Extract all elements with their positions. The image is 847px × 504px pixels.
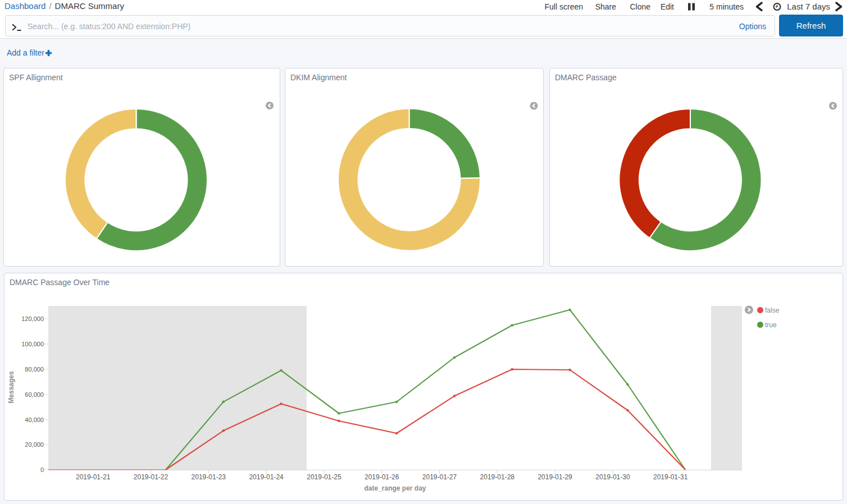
svg-text:0: 0	[40, 466, 44, 473]
svg-text:2019-01-27: 2019-01-27	[422, 473, 457, 481]
svg-text:120,000: 120,000	[21, 315, 44, 322]
svg-text:true: true	[765, 321, 777, 329]
svg-text:2019-01-29: 2019-01-29	[538, 473, 572, 481]
svg-text:20,000: 20,000	[25, 441, 44, 448]
svg-text:2019-01-22: 2019-01-22	[134, 473, 169, 481]
svg-text:80,000: 80,000	[25, 366, 44, 373]
svg-text:60,000: 60,000	[25, 391, 44, 398]
svg-text:40,000: 40,000	[25, 416, 44, 423]
svg-text:100,000: 100,000	[21, 341, 44, 347]
svg-text:2019-01-30: 2019-01-30	[595, 473, 630, 481]
svg-text:date_range per day: date_range per day	[364, 484, 426, 492]
svg-text:2019-01-23: 2019-01-23	[192, 473, 226, 481]
svg-text:Messages: Messages	[7, 371, 15, 404]
svg-text:2019-01-24: 2019-01-24	[249, 473, 284, 481]
svg-text:2019-01-28: 2019-01-28	[480, 473, 515, 481]
svg-text:false: false	[765, 306, 780, 314]
svg-text:2019-01-26: 2019-01-26	[365, 473, 399, 481]
svg-text:2019-01-25: 2019-01-25	[307, 473, 341, 481]
svg-text:2019-01-31: 2019-01-31	[653, 473, 688, 481]
svg-text:2019-01-21: 2019-01-21	[76, 473, 111, 481]
